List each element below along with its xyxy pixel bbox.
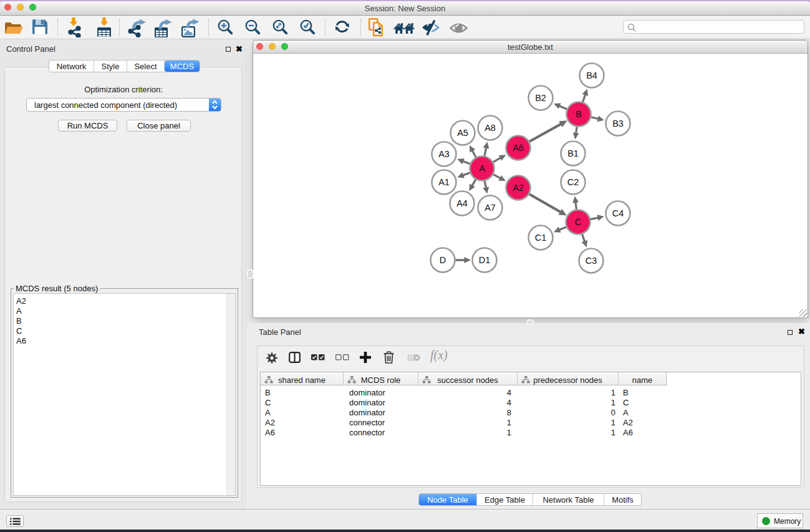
svg-text:A6: A6 xyxy=(513,143,524,153)
svg-text:A3: A3 xyxy=(438,149,450,159)
svg-text:C2: C2 xyxy=(567,177,579,187)
svg-text:D: D xyxy=(440,255,446,265)
svg-text:C4: C4 xyxy=(612,208,624,218)
svg-text:A4: A4 xyxy=(456,198,468,208)
svg-text:A2: A2 xyxy=(513,183,524,193)
svg-text:D1: D1 xyxy=(479,255,491,265)
svg-text:A5: A5 xyxy=(457,128,468,138)
svg-text:B3: B3 xyxy=(612,118,624,128)
svg-text:A: A xyxy=(479,163,485,173)
svg-text:A7: A7 xyxy=(485,203,496,213)
svg-text:C3: C3 xyxy=(586,256,597,266)
svg-text:B4: B4 xyxy=(586,70,597,80)
svg-text:A8: A8 xyxy=(485,123,496,133)
svg-text:B1: B1 xyxy=(567,148,579,158)
svg-text:C1: C1 xyxy=(535,233,547,243)
svg-text:B: B xyxy=(576,109,582,119)
svg-text:C: C xyxy=(575,217,581,227)
svg-text:B2: B2 xyxy=(535,93,546,103)
svg-text:A1: A1 xyxy=(438,177,450,187)
